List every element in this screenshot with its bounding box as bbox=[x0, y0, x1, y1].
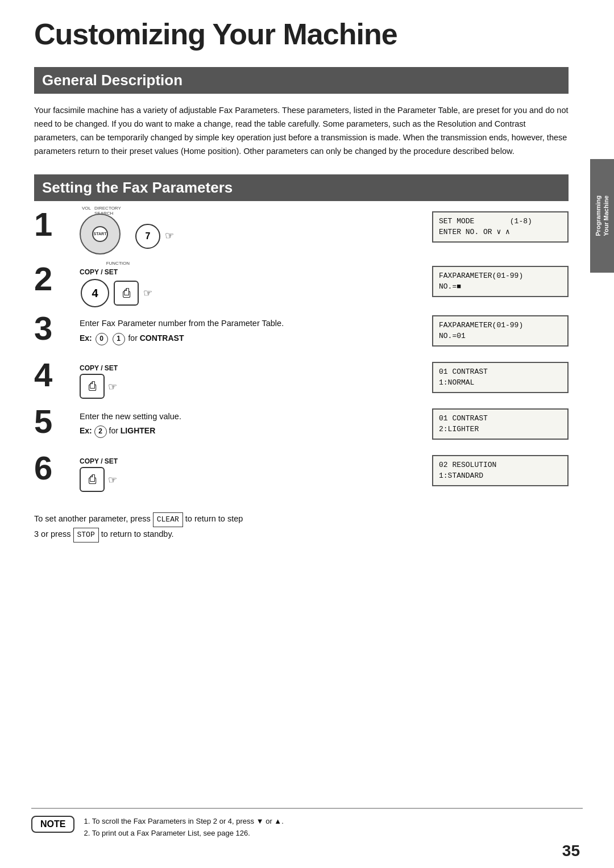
setting-fax-parameters-header: Setting the Fax Parameters bbox=[34, 174, 569, 201]
finger-icon-4: ☞ bbox=[108, 381, 117, 393]
step-3-display: FAXPARAMETER(01-99) NO.=01 bbox=[432, 315, 569, 349]
step-2-lcd-line1: FAXPARAMETER(01-99) bbox=[439, 270, 562, 282]
clear-stop-area: To set another parameter, press CLEAR to… bbox=[34, 512, 569, 542]
finger-icon-1: ☞ bbox=[165, 229, 174, 242]
step-3-ex: Ex: 0 1 for CONTRAST bbox=[80, 332, 432, 347]
general-description-header: General Description bbox=[34, 67, 569, 94]
page-title: Customizing Your Machine bbox=[34, 17, 569, 51]
step-4-row: 4 COPY / SET ⎙ ☞ 01 CONTRAST 1:NORMAL bbox=[34, 362, 569, 402]
step-5-content: Enter the new setting value. Ex: 2 for L… bbox=[74, 408, 432, 439]
step-3-lcd-line2: NO.=01 bbox=[439, 331, 562, 342]
note-content: 1. To scroll the Fax Parameters in Step … bbox=[84, 816, 283, 840]
step-1-lcd-line2: ENTER NO. OR ∨ ∧ bbox=[439, 227, 562, 238]
page: ProgrammingYour Machine Customizing Your… bbox=[0, 0, 614, 868]
step-2-keys: 4 ⎙ ☞ bbox=[80, 278, 432, 308]
step-3-lcd: FAXPARAMETER(01-99) NO.=01 bbox=[432, 315, 569, 347]
step-4-label: COPY / SET bbox=[80, 364, 432, 372]
stop-key: STOP bbox=[73, 528, 99, 542]
step-1-lcd-line1: SET MODE (1-8) bbox=[439, 216, 562, 227]
copy-set-icon-6[interactable]: ⎙ bbox=[80, 467, 105, 492]
step-5-lcd-line1: 01 CONTRAST bbox=[439, 413, 562, 424]
step-2-label: COPY / SET bbox=[80, 268, 432, 276]
step-6-label: COPY / SET bbox=[80, 457, 432, 465]
step-6-row: 6 COPY / SET ⎙ ☞ 02 RESOLUTION 1:STANDAR… bbox=[34, 455, 569, 495]
step-1-display: SET MODE (1-8) ENTER NO. OR ∨ ∧ bbox=[432, 211, 569, 245]
note-label: NOTE bbox=[31, 816, 74, 833]
key-7[interactable]: 7 bbox=[135, 224, 160, 249]
key-1: 1 bbox=[113, 333, 125, 345]
key-7-container: 7 ☞ bbox=[134, 223, 174, 250]
step-5-row: 5 Enter the new setting value. Ex: 2 for… bbox=[34, 408, 569, 448]
step-2-row: 2 COPY / SET 4 ⎙ ☞ FAXPARAMETER(01-99) N… bbox=[34, 266, 569, 308]
step-4-lcd-line2: 1:NORMAL bbox=[439, 377, 562, 389]
step-4-number: 4 bbox=[34, 358, 74, 391]
step-6-display: 02 RESOLUTION 1:STANDARD bbox=[432, 455, 569, 489]
main-content: Customizing Your Machine General Descrip… bbox=[0, 0, 614, 560]
dial-cluster: VOL DIRECTORYSEARCH START FUNCTION bbox=[80, 214, 125, 259]
step-6-keys: ⎙ ☞ bbox=[80, 467, 432, 492]
step-3-row: 3 Enter Fax Parameter number from the Pa… bbox=[34, 315, 569, 355]
step-1-keys: VOL DIRECTORYSEARCH START FUNCTION bbox=[80, 214, 174, 259]
step-6-content: COPY / SET ⎙ ☞ bbox=[74, 455, 432, 492]
side-tab: ProgrammingYour Machine bbox=[590, 159, 614, 273]
step-5-display: 01 CONTRAST 2:LIGHTER bbox=[432, 408, 569, 442]
side-tab-label: ProgrammingYour Machine bbox=[594, 195, 611, 236]
step-4-lcd: 01 CONTRAST 1:NORMAL bbox=[432, 362, 569, 393]
step-1-content: VOL DIRECTORYSEARCH START FUNCTION bbox=[74, 211, 432, 259]
page-number: 35 bbox=[562, 842, 580, 860]
step-3-number: 3 bbox=[34, 312, 74, 345]
step-1-number: 1 bbox=[34, 208, 74, 241]
step-3-text: Enter Fax Parameter number from the Para… bbox=[80, 318, 432, 330]
step-2-display: FAXPARAMETER(01-99) NO.=■ bbox=[432, 266, 569, 299]
step-3-content: Enter Fax Parameter number from the Para… bbox=[74, 315, 432, 347]
finger-icon-6: ☞ bbox=[108, 474, 117, 486]
step-6-lcd: 02 RESOLUTION 1:STANDARD bbox=[432, 455, 569, 486]
key-4[interactable]: 4 bbox=[81, 279, 109, 307]
step-2-lcd: FAXPARAMETER(01-99) NO.=■ bbox=[432, 266, 569, 297]
copy-set-icon-2[interactable]: ⎙ bbox=[114, 281, 139, 306]
ex-label-3: Ex: 0 1 for CONTRAST bbox=[80, 333, 184, 343]
step-5-ex: Ex: 2 for LIGHTER bbox=[80, 425, 432, 438]
clear-stop-line2: 3 or press STOP to return to standby. bbox=[34, 527, 569, 542]
step-2-lcd-line2: NO.=■ bbox=[439, 281, 562, 293]
step-4-content: COPY / SET ⎙ ☞ bbox=[74, 362, 432, 399]
copy-set-icon-4[interactable]: ⎙ bbox=[80, 374, 105, 399]
clear-stop-line1: To set another parameter, press CLEAR to… bbox=[34, 512, 569, 527]
general-description-body: Your facsimile machine has a variety of … bbox=[34, 104, 569, 158]
start-button[interactable]: START bbox=[92, 226, 108, 242]
note-section: NOTE 1. To scroll the Fax Parameters in … bbox=[31, 808, 583, 840]
step-3-lcd-line1: FAXPARAMETER(01-99) bbox=[439, 320, 562, 331]
steps-area: 1 VOL DIRECTORYSEARCH START bbox=[34, 211, 569, 502]
step-6-number: 6 bbox=[34, 452, 74, 485]
key-2: 2 bbox=[94, 425, 107, 438]
step-1-row: 1 VOL DIRECTORYSEARCH START bbox=[34, 211, 569, 259]
vol-label: VOL bbox=[82, 206, 91, 211]
finger-icon-2: ☞ bbox=[143, 287, 152, 299]
clear-key: CLEAR bbox=[153, 512, 183, 527]
step-4-display: 01 CONTRAST 1:NORMAL bbox=[432, 362, 569, 395]
function-label: FUNCTION bbox=[106, 261, 130, 266]
step-5-lcd: 01 CONTRAST 2:LIGHTER bbox=[432, 408, 569, 440]
step-4-lcd-line1: 01 CONTRAST bbox=[439, 366, 562, 378]
step-5-text: Enter the new setting value. bbox=[80, 411, 432, 423]
step-5-lcd-line2: 2:LIGHTER bbox=[439, 424, 562, 435]
step-2-number: 2 bbox=[34, 262, 74, 295]
step-6-lcd-line1: 02 RESOLUTION bbox=[439, 460, 562, 471]
outer-dial: START bbox=[80, 214, 121, 254]
note-item-1: 1. To scroll the Fax Parameters in Step … bbox=[84, 816, 283, 828]
step-2-content: COPY / SET 4 ⎙ ☞ bbox=[74, 266, 432, 308]
step-1-lcd: SET MODE (1-8) ENTER NO. OR ∨ ∧ bbox=[432, 211, 569, 243]
note-item-2: 2. To print out a Fax Parameter List, se… bbox=[84, 828, 283, 840]
key-0: 0 bbox=[96, 333, 108, 345]
step-5-number: 5 bbox=[34, 405, 74, 438]
step-6-lcd-line2: 1:STANDARD bbox=[439, 470, 562, 482]
step-4-keys: ⎙ ☞ bbox=[80, 374, 432, 399]
